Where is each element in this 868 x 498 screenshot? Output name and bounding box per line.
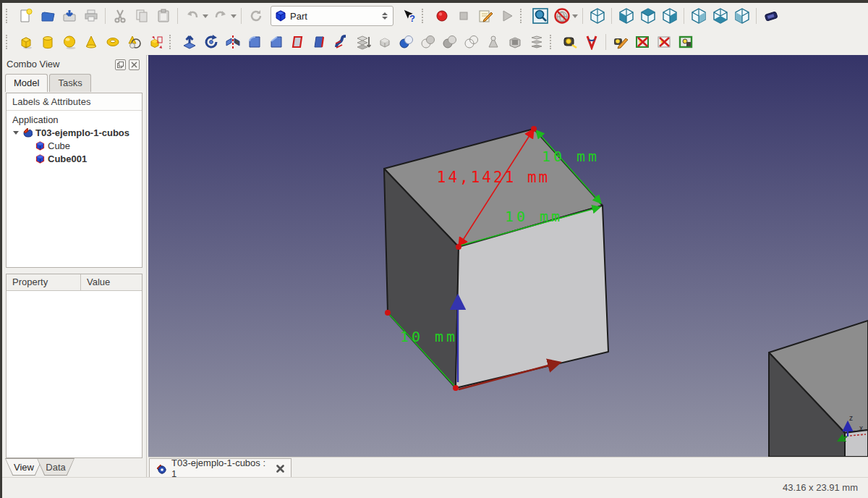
new-file-icon[interactable] (16, 6, 35, 26)
draw-style-icon[interactable] (552, 6, 571, 26)
view-right-icon[interactable] (660, 6, 679, 26)
chamfer-icon[interactable] (266, 32, 286, 52)
panel-close-icon[interactable] (129, 59, 140, 70)
toolbar-drag-handle[interactable] (550, 35, 556, 49)
panel-float-icon[interactable] (115, 59, 126, 70)
toolbar-drag-handle[interactable] (6, 9, 12, 23)
cone-icon[interactable] (81, 32, 101, 52)
torus-icon[interactable] (103, 32, 122, 52)
view-bottom-icon[interactable] (710, 6, 730, 26)
toolbar-separator (177, 8, 178, 24)
undo-dropdown-icon[interactable] (203, 14, 208, 18)
boolean-common-icon[interactable] (418, 32, 438, 52)
copy-icon[interactable] (132, 6, 151, 26)
boolean-cut-icon[interactable] (440, 32, 459, 52)
document-tab-label: T03-ejemplo-1-cubos : 1 (171, 457, 270, 479)
measure-toggle-3d-icon[interactable] (676, 32, 695, 52)
toolbar-separator (582, 8, 583, 24)
measure-refresh-icon[interactable] (610, 32, 630, 52)
primitives-icon[interactable] (124, 32, 144, 52)
cross-sections-icon[interactable] (527, 32, 546, 52)
workbench-selector[interactable]: Part (271, 6, 393, 26)
redo-dropdown-icon[interactable] (231, 14, 237, 18)
measure-icon[interactable] (761, 6, 780, 26)
revolve-icon[interactable] (201, 32, 221, 52)
toolbar-separator (611, 8, 612, 24)
paste-icon[interactable] (153, 6, 173, 26)
3d-viewport[interactable]: 14,1421 mm 10 mm 10 mm 10 mm z x (148, 55, 868, 457)
view-rear-icon[interactable] (689, 6, 708, 26)
expander-icon[interactable] (13, 131, 19, 135)
boolean-xor-icon[interactable] (461, 32, 481, 52)
whats-this-icon[interactable]: ? (399, 6, 418, 26)
toolbar-separator (756, 8, 757, 24)
tab-model[interactable]: Model (5, 74, 48, 92)
dim-edge-label-3: 10 mm (400, 328, 458, 345)
cube-icon (35, 154, 45, 164)
refresh-icon[interactable] (246, 6, 265, 26)
macro-record-icon[interactable] (432, 6, 451, 26)
axis-z-label: z (849, 414, 853, 422)
combo-view-tabs: Model Tasks (5, 74, 91, 92)
axis-x-label: x (859, 424, 863, 432)
toolbar-drag-handle[interactable] (169, 35, 176, 49)
make-face-icon[interactable] (288, 32, 307, 52)
view-top-icon[interactable] (638, 6, 658, 26)
fit-all-icon[interactable] (530, 6, 550, 26)
measure-angular-icon[interactable] (582, 32, 601, 52)
tree-item-cube[interactable]: Cube (7, 139, 142, 152)
redo-icon[interactable] (210, 6, 230, 26)
tree-header: Labels & Attributes (7, 93, 142, 111)
close-icon[interactable] (275, 463, 285, 473)
mirror-icon[interactable] (223, 32, 242, 52)
macro-edit-icon[interactable] (475, 6, 495, 26)
cube-icon (35, 141, 45, 151)
fillet-icon[interactable] (244, 32, 264, 52)
tab-tasks[interactable]: Tasks (49, 74, 90, 92)
combo-view-title: Combo View (7, 59, 59, 69)
open-file-icon[interactable] (38, 6, 57, 26)
measure-point (453, 385, 459, 391)
tab-data[interactable]: Data (37, 458, 75, 476)
ruled-surface-icon[interactable] (310, 32, 329, 52)
tree-item-application[interactable]: Application (7, 113, 142, 126)
workbench-selector-spinner[interactable] (380, 12, 389, 20)
check-geometry-icon[interactable] (483, 32, 503, 52)
toolbar-drag-handle[interactable] (520, 9, 527, 23)
measure-point (531, 126, 537, 132)
tree-item-cube001[interactable]: Cube001 (7, 152, 142, 165)
status-bar: 43.16 x 23.91 mm (2, 477, 868, 498)
extrude-icon[interactable] (179, 32, 199, 52)
window-left-border (0, 0, 2, 498)
sphere-icon[interactable] (59, 32, 79, 52)
toolbar-drag-handle[interactable] (6, 35, 12, 49)
measure-toggle-all-icon[interactable] (654, 32, 673, 52)
cylinder-icon[interactable] (38, 32, 57, 52)
cut-icon[interactable] (110, 6, 129, 26)
dim-edge-label-1: 10 mm (542, 148, 600, 165)
boolean-union-icon[interactable] (396, 32, 416, 52)
property-column-header[interactable]: Property (7, 274, 81, 290)
value-column-header[interactable]: Value (81, 274, 116, 290)
save-file-icon[interactable] (59, 6, 79, 26)
tree-item-document[interactable]: T03-ejemplo-1-cubos (7, 126, 142, 139)
macro-play-icon[interactable] (497, 6, 516, 26)
sweep-icon[interactable] (331, 32, 351, 52)
view-axonometric-icon[interactable] (587, 6, 607, 26)
print-icon[interactable] (81, 6, 101, 26)
undo-icon[interactable] (182, 6, 202, 26)
cross-section-icon[interactable] (505, 32, 524, 52)
draw-style-dropdown-icon[interactable] (572, 14, 578, 18)
offset-icon[interactable] (375, 32, 394, 52)
shape-builder-icon[interactable] (146, 32, 166, 52)
macro-stop-icon[interactable] (454, 6, 473, 26)
view-front-icon[interactable] (616, 6, 636, 26)
view-left-icon[interactable] (732, 6, 752, 26)
loft-icon[interactable] (353, 32, 373, 52)
measure-clear-all-icon[interactable] (632, 32, 652, 52)
document-tab[interactable]: T03-ejemplo-1-cubos : 1 (149, 458, 292, 478)
toolbar-drag-handle[interactable] (422, 9, 428, 23)
box-icon[interactable] (16, 32, 35, 52)
freecad-document-icon (156, 463, 166, 474)
measure-linear-icon[interactable] (560, 32, 579, 52)
